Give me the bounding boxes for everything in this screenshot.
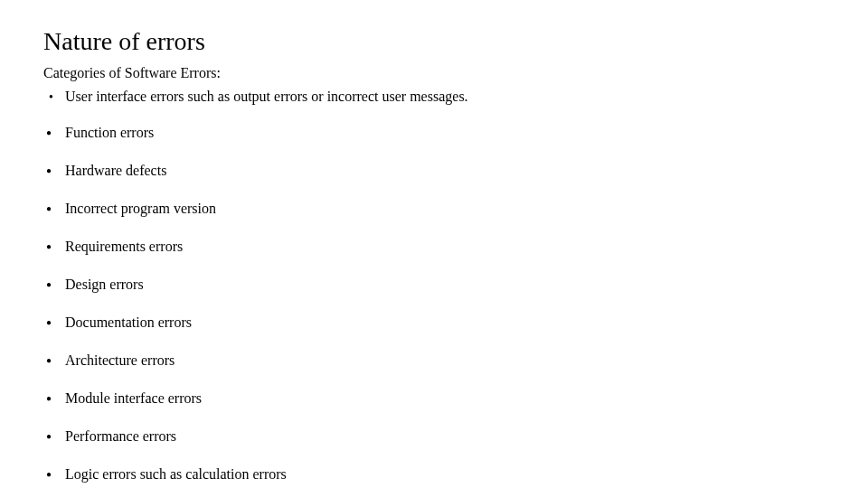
page-subtitle: Categories of Software Errors: xyxy=(43,65,868,81)
bullet-icon: ● xyxy=(43,356,65,365)
list-item: ● Documentation errors xyxy=(43,314,868,331)
error-categories-list: ● User interface errors such as output e… xyxy=(43,89,868,483)
list-item: ● Architecture errors xyxy=(43,352,868,369)
list-item-text: Incorrect program version xyxy=(65,201,216,217)
list-item: ● Requirements errors xyxy=(43,239,868,255)
list-item-text: User interface errors such as output err… xyxy=(65,89,468,105)
bullet-icon: ● xyxy=(43,470,65,479)
list-item-text: Hardware defects xyxy=(65,163,166,179)
bullet-icon: ● xyxy=(43,280,65,289)
bullet-icon: ● xyxy=(43,204,65,213)
list-item-text: Design errors xyxy=(65,277,144,293)
bullet-icon: ● xyxy=(43,394,65,403)
list-item-text: Logic errors such as calculation errors xyxy=(65,466,287,483)
list-item: ● Hardware defects xyxy=(43,163,868,179)
list-item-text: Architecture errors xyxy=(65,352,175,369)
bullet-icon: ● xyxy=(43,242,65,251)
list-item-text: Function errors xyxy=(65,125,154,141)
bullet-icon: ● xyxy=(43,93,65,100)
list-item: ● Logic errors such as calculation error… xyxy=(43,466,868,483)
list-item: ● Incorrect program version xyxy=(43,201,868,217)
list-item: ● Function errors xyxy=(43,125,868,141)
page-title: Nature of errors xyxy=(43,27,868,56)
list-item: ● Design errors xyxy=(43,277,868,293)
list-item-text: Documentation errors xyxy=(65,314,192,331)
bullet-icon: ● xyxy=(43,128,65,137)
bullet-icon: ● xyxy=(43,166,65,175)
list-item-text: Module interface errors xyxy=(65,390,202,407)
list-item: ● User interface errors such as output e… xyxy=(43,89,868,105)
list-item: ● Performance errors xyxy=(43,428,868,445)
bullet-icon: ● xyxy=(43,318,65,327)
list-item-text: Performance errors xyxy=(65,428,176,445)
bullet-icon: ● xyxy=(43,432,65,441)
list-item: ● Module interface errors xyxy=(43,390,868,407)
list-item-text: Requirements errors xyxy=(65,239,183,255)
